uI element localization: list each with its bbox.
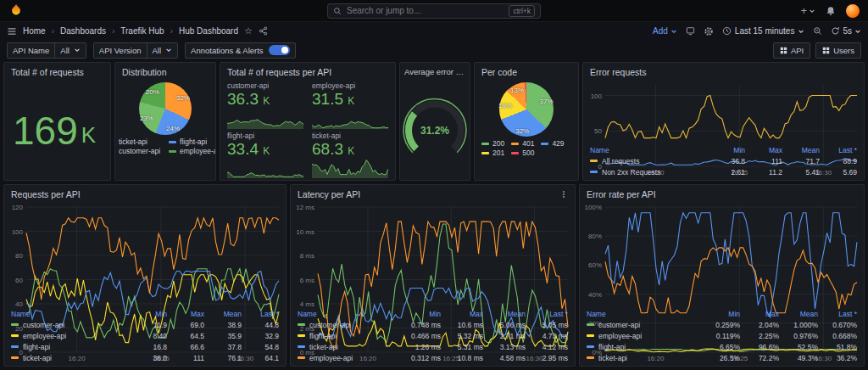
legend-row-employee-api[interactable]: employee-api8.4064.535.932.9 — [11, 330, 279, 341]
panel-title[interactable]: Average error rate — [404, 67, 465, 76]
error-rate-gauge[interactable]: 31.2% — [400, 81, 470, 180]
legend-item[interactable]: 401 — [511, 139, 534, 148]
panel-title[interactable]: Requests per API — [11, 189, 81, 199]
refresh-picker[interactable]: 5s — [831, 26, 861, 36]
svg-text:31.2%: 31.2% — [420, 125, 449, 137]
error-requests-chart[interactable]: 05010016:2016:2516:30 — [583, 81, 864, 143]
stat-employee-api[interactable]: employee-api 31.5 K — [312, 81, 388, 129]
error-rate-per-api-chart[interactable]: 0%20%40%60%80%100%16:2016:2516:30 — [580, 203, 864, 307]
breadcrumb-folder[interactable]: Traefik Hub — [120, 26, 164, 36]
panel-requests-per-api: Requests per API 02040608010012016:2016:… — [3, 184, 287, 367]
global-search[interactable]: ctrl+k — [327, 3, 541, 19]
api-version-select[interactable]: All — [147, 42, 179, 59]
panel-view-icon[interactable] — [686, 26, 695, 36]
bell-icon[interactable] — [826, 6, 836, 16]
svg-text:100%: 100% — [585, 204, 602, 211]
dashboard-toolbar: Home › Dashboards › Traefik Hub › Hub Da… — [0, 22, 868, 40]
requests-per-api-chart[interactable]: 02040608010012016:2016:2516:30 — [4, 203, 286, 307]
legend-row-customer-api[interactable]: customer-api11.969.038.944.8 — [11, 319, 279, 330]
svg-text:120: 120 — [12, 204, 24, 211]
legend-header[interactable]: NameMinMaxMeanLast * — [590, 144, 857, 155]
panel-distribution: Distribution 32%24%23%20% ticket-apiflig… — [114, 62, 216, 181]
legend-header[interactable]: NameMinMaxMeanLast * — [11, 308, 279, 319]
legend-item[interactable]: 201 — [481, 149, 504, 157]
panel-total-requests: Total # of requests 169K — [3, 62, 111, 181]
legend-item[interactable]: 429 — [541, 139, 564, 148]
panel-menu-icon[interactable] — [559, 190, 568, 199]
user-avatar[interactable] — [846, 4, 860, 18]
panel-title[interactable]: Per code — [481, 67, 517, 77]
panel-title[interactable]: Total # of requests — [11, 67, 84, 77]
api-name-select[interactable]: All — [55, 42, 86, 59]
legend-row-ticket-api[interactable]: ticket-api1.26 ms5.31 ms3.13 ms4.12 ms — [298, 341, 568, 352]
users-dashboard-link[interactable]: Users — [815, 42, 861, 59]
stat-ticket-api[interactable]: ticket-api 68.3 K — [312, 131, 388, 179]
distribution-legend[interactable]: ticket-apiflight-apicustomer-apiemployee… — [114, 137, 216, 155]
per-code-pie-chart[interactable]: 37%32%18%13% — [499, 82, 554, 137]
time-range-picker[interactable]: Last 15 minutes — [722, 26, 805, 36]
legend-row-customer-api[interactable]: customer-api0.748 ms10.6 ms5.06 ms5.05 m… — [298, 319, 568, 330]
legend-item[interactable]: 200 — [481, 139, 504, 148]
menu-icon[interactable] — [7, 26, 17, 36]
panel-title[interactable]: Distribution — [122, 67, 167, 77]
zoom-out-icon[interactable] — [813, 26, 822, 36]
panel-title[interactable]: Total # of requests per API — [227, 67, 331, 77]
legend-row-flight-api[interactable]: flight-api6.65%96.6%52.5%51.8% — [587, 341, 857, 352]
stat-flight-api[interactable]: flight-api 33.4 K — [227, 131, 303, 179]
legend-item[interactable]: customer-api — [114, 147, 160, 155]
per-api-stats: customer-api 36.3 K employee-api 31.5 K … — [220, 81, 395, 180]
legend-row-employee-api[interactable]: employee-api0.119%2.25%0.976%0.668% — [587, 330, 857, 341]
breadcrumb-separator: › — [112, 26, 114, 36]
breadcrumb-dashboards[interactable]: Dashboards — [60, 26, 106, 36]
svg-text:60: 60 — [15, 277, 23, 284]
sparkline — [227, 167, 303, 178]
legend-item[interactable]: employee-api — [169, 147, 216, 155]
latency-per-api-chart[interactable]: 0 ms2 ms4 ms6 ms8 ms10 ms12 ms16:2016:25… — [291, 203, 575, 307]
sparkline — [227, 118, 303, 129]
panel-error-rate-per-api: Error rate per API 0%20%40%60%80%100%16:… — [579, 184, 865, 367]
new-menu-button[interactable]: + — [800, 4, 815, 17]
legend-row-flight-api[interactable]: flight-api0.466 ms5.32 ms2.71 ms4.73 ms — [298, 330, 568, 341]
total-requests-value: 169K — [4, 81, 110, 180]
legend-row-flight-api[interactable]: flight-api16.866.637.854.8 — [11, 341, 279, 352]
legend-row-Non 2xx Requests[interactable]: Non 2xx Requests2.6111.25.415.69 — [590, 166, 857, 177]
breadcrumb-current: Hub Dashboard — [179, 26, 238, 36]
panel-title[interactable]: Latency per API — [298, 189, 360, 199]
legend-row-All requests[interactable]: All requests36.811171.788.9 — [590, 155, 857, 166]
search-icon — [333, 7, 342, 15]
share-icon[interactable] — [259, 26, 268, 36]
svg-text:80: 80 — [15, 252, 23, 260]
svg-text:10 ms: 10 ms — [296, 228, 314, 236]
variable-api-name: API Name All — [7, 42, 86, 59]
pie-slice-label: 23% — [140, 115, 153, 122]
add-button[interactable]: Add — [653, 26, 677, 36]
legend-header[interactable]: NameMinMaxMeanLast * — [298, 308, 568, 319]
latency-per-api-legend: NameMinMaxMeanLast *customer-api0.748 ms… — [291, 307, 575, 366]
svg-text:8 ms: 8 ms — [300, 252, 314, 260]
legend-item[interactable]: ticket-api — [114, 137, 160, 146]
pie-slice-label: 37% — [539, 97, 553, 104]
legend-row-employee-api[interactable]: employee-api0.312 ms10.8 ms4.58 ms2.95 m… — [298, 352, 568, 363]
svg-text:100: 100 — [591, 92, 603, 100]
legend-header[interactable]: NameMinMaxMeanLast * — [587, 308, 857, 319]
panel-title[interactable]: Error requests — [590, 67, 647, 77]
legend-item[interactable]: 500 — [511, 149, 534, 157]
legend-row-ticket-api[interactable]: ticket-api26.5%72.2%49.3%36.2% — [587, 352, 857, 363]
annotations-toggle-group: Annotations & Alerts — [185, 42, 296, 59]
search-input[interactable] — [347, 6, 504, 15]
distribution-pie-chart[interactable]: 32%24%23%20% — [139, 82, 192, 135]
legend-item[interactable]: flight-api — [169, 137, 216, 146]
legend-row-customer-api[interactable]: customer-api0.259%2.04%1.000%0.670% — [587, 319, 857, 330]
breadcrumb-home[interactable]: Home — [23, 26, 46, 36]
stat-customer-api[interactable]: customer-api 36.3 K — [227, 81, 303, 129]
per-code-legend[interactable]: 200401429201500 — [475, 139, 578, 157]
annotations-toggle[interactable] — [269, 45, 290, 55]
settings-gear-icon[interactable] — [704, 26, 714, 36]
api-dashboard-link[interactable]: API — [773, 42, 810, 59]
error-rate-per-api-legend: NameMinMaxMeanLast *customer-api0.259%2.… — [580, 307, 864, 366]
breadcrumb-separator: › — [170, 26, 173, 36]
grafana-logo[interactable] — [8, 3, 24, 19]
legend-row-ticket-api[interactable]: ticket-api38.011176.164.1 — [11, 352, 279, 363]
star-icon[interactable]: ☆ — [244, 25, 253, 36]
panel-title[interactable]: Error rate per API — [587, 189, 656, 199]
